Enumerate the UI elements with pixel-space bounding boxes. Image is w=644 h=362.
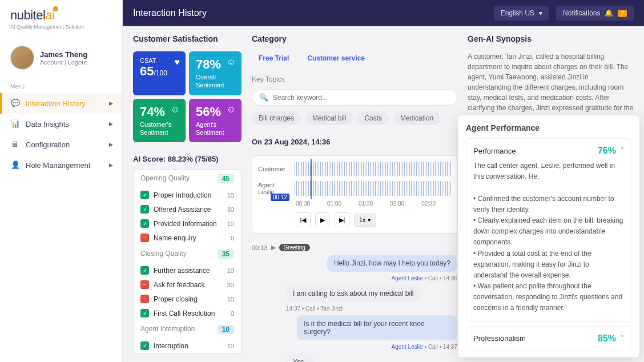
chevron-down-icon: ▾ <box>539 9 542 17</box>
category-links: Free TrialCustomer service <box>252 51 457 65</box>
chat-transcript: 00:13 ▶ GreetingHello Jinzi, how may I h… <box>252 244 457 362</box>
notifications-count: 2 <box>618 10 627 17</box>
csat-tile[interactable]: ☺ 56% Agent'sSentiment <box>189 99 242 143</box>
minus-icon: − <box>140 295 149 303</box>
nav-icon: 💬 <box>11 99 20 108</box>
csat-tile[interactable]: ☺ 78% OverallSentiment <box>189 51 242 95</box>
sidebar-item-data-insights[interactable]: 📊Data Insights▶ <box>0 114 122 134</box>
perf-name: Performance <box>473 147 516 155</box>
csat-tile[interactable]: ☺ 74% Customer'sSentiment <box>133 99 186 143</box>
search-input[interactable] <box>273 94 450 102</box>
current-time: 00:12 <box>271 194 289 201</box>
notifications-button[interactable]: Notifications 🔔 2 <box>556 6 634 21</box>
chevron-right-icon: ▶ <box>109 121 113 127</box>
track-label-customer: Customer <box>258 166 290 172</box>
waveform-area: Customer Agent Leslie 00:12 00:3001:0001… <box>252 155 457 234</box>
sidebar-item-interaction-history[interactable]: 💬Interaction History▶ <box>0 93 122 114</box>
user-account-links[interactable]: Account | Logout <box>40 59 87 66</box>
nav-label: Interaction History <box>26 99 86 108</box>
chevron-right-icon: ▶ <box>109 142 113 147</box>
check-icon: ✓ <box>140 341 149 350</box>
waveform-customer[interactable] <box>295 162 451 176</box>
user-name: James Theng <box>40 50 87 59</box>
nav-label: Configuration <box>26 140 70 149</box>
brand-tagline: AI Quality Management Solution <box>10 24 112 30</box>
nav-label: Role Manangement <box>26 161 90 170</box>
topbar: Interaction History English US ▾ Notific… <box>123 0 644 26</box>
chevron-right-icon: ▶ <box>109 162 113 168</box>
prev-button[interactable]: |◀ <box>296 212 311 227</box>
score-badge: 45 <box>218 174 234 183</box>
chat-bubble-cust: Yes. <box>286 353 313 362</box>
time-tick: 02:00 <box>390 200 404 207</box>
topic-chip[interactable]: Medication <box>393 111 440 125</box>
chat-tag: Greeting <box>279 244 310 251</box>
play-button[interactable]: ▶ <box>315 212 330 227</box>
score-row: −Proper closing10 <box>134 292 241 306</box>
perf-pct: 85% <box>598 333 616 344</box>
tile-icon: ☺ <box>227 104 236 115</box>
perf-card[interactable]: Performance76%˄The call center agent, Le… <box>466 138 631 321</box>
avatar[interactable] <box>10 46 34 70</box>
sidebar-item-configuration[interactable]: 🖥Configuration▶ <box>0 134 122 155</box>
language-label: English US <box>501 9 534 17</box>
ai-score-card: Opening Quality45✓Proper introduction10✓… <box>133 169 242 353</box>
page-title: Interaction History <box>133 8 207 18</box>
synopsis-title: Gen-AI Synopsis <box>468 34 634 43</box>
score-row: ✓Proper introduction10 <box>134 188 241 202</box>
topic-chip[interactable]: Costs <box>357 111 389 125</box>
check-icon: ✓ <box>140 191 149 199</box>
score-row: ✓Offered Assistance30 <box>134 202 241 216</box>
main: Interaction History English US ▾ Notific… <box>123 0 644 362</box>
check-icon: ✓ <box>140 309 149 317</box>
col-category: Category Free TrialCustomer service Key … <box>252 34 457 362</box>
minus-icon: − <box>140 280 149 289</box>
score-row: ✓Provided Information10 <box>134 216 241 231</box>
nav-icon: 👤 <box>11 160 20 170</box>
tile-icon: ☺ <box>227 57 236 67</box>
speed-selector[interactable]: 1x ▾ <box>354 214 376 227</box>
csat-tile[interactable]: ♥ CSAT 65/100 <box>133 51 186 95</box>
col-satisfaction: Customer Satisfaction ♥ CSAT 65/100 ☺ 78… <box>133 34 242 362</box>
brand-dot-icon <box>53 6 58 11</box>
agent-performance-panel: Agent Performance Performance76%˄The cal… <box>458 115 639 357</box>
csat-tiles: ♥ CSAT 65/100 ☺ 78% OverallSentiment☺ 74… <box>133 51 242 142</box>
search-box[interactable]: 🔍 <box>252 89 457 106</box>
time-tick: 00:30 <box>296 200 310 207</box>
waveform-agent[interactable] <box>295 181 451 196</box>
perf-card[interactable]: Professionalism85%˅ <box>466 326 631 351</box>
chat-bubble-agent: Is it the medical bill for your recent k… <box>297 315 457 340</box>
chat-meta: Agent Leslie • Call • 14:36 <box>392 275 457 281</box>
category-title: Category <box>252 34 457 43</box>
tile-icon: ☺ <box>171 104 180 115</box>
bell-icon: 🔔 <box>605 9 613 17</box>
chat-bubble-agent: Hello Jinzi, how may I help you today? <box>327 255 457 272</box>
key-topics-label: Key Topics <box>252 75 457 83</box>
nav: 💬Interaction History▶📊Data Insights▶🖥Con… <box>0 93 122 175</box>
topic-chip[interactable]: Medical bill <box>305 111 353 125</box>
score-group-header: Agent Interruption10 <box>134 320 241 339</box>
next-button[interactable]: ▶| <box>335 212 349 227</box>
synopsis-text: A customer, Tan Jinzi, called a hospital… <box>468 51 634 123</box>
score-row: −Ask for feedback30 <box>134 277 241 292</box>
category-link[interactable]: Customer service <box>300 51 372 65</box>
chevron-down-icon[interactable]: ˅ <box>621 335 624 343</box>
brand-name: nubitel <box>10 8 45 22</box>
notifications-label: Notifications <box>563 9 600 17</box>
play-dot-icon[interactable]: ▶ <box>271 244 276 251</box>
time-tick: 02:30 <box>421 200 436 207</box>
ai-score-title: AI Score: 88.23% (75/85) <box>133 155 242 163</box>
perf-name: Professionalism <box>473 334 526 343</box>
language-selector[interactable]: English US ▾ <box>494 6 549 21</box>
time-tick: 01:00 <box>327 200 341 207</box>
category-link[interactable]: Free Trial <box>252 51 296 65</box>
chat-meta: Agent Leslie • Call • 14:37 <box>392 344 457 350</box>
score-row: ✓First Call Resolution0 <box>134 306 241 320</box>
topic-chip[interactable]: Bill charges <box>252 111 301 125</box>
chevron-up-icon[interactable]: ˄ <box>621 147 624 155</box>
sidebar-item-role-manangement[interactable]: 👤Role Manangement▶ <box>0 155 122 175</box>
csat-title: Customer Satisfaction <box>133 34 242 43</box>
chat-bubble-cust: I am calling to ask about my medical bil… <box>286 285 420 302</box>
user-box: James Theng Account | Logout <box>0 35 122 80</box>
score-row: ✓Further assistance10 <box>134 263 241 277</box>
